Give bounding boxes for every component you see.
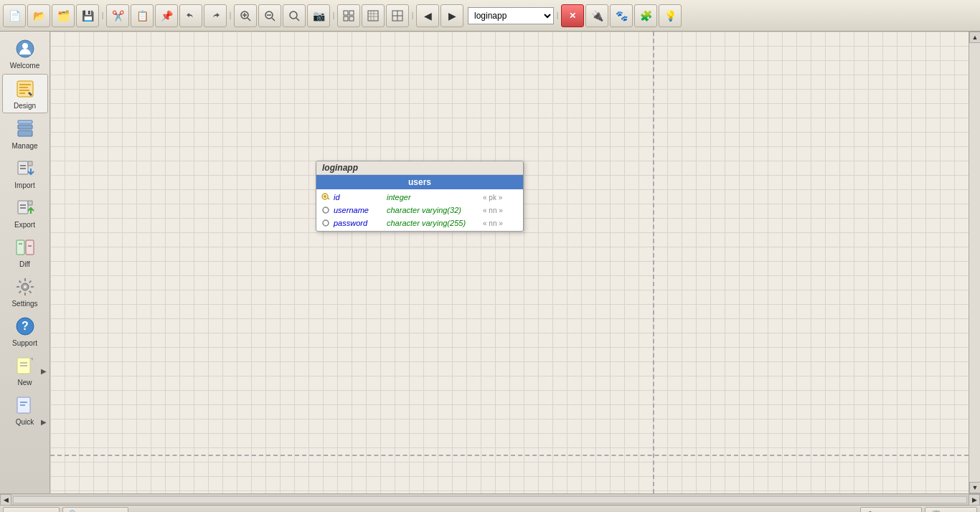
- design-label: Design: [14, 102, 36, 110]
- support-label: Support: [12, 339, 37, 347]
- zoom-fit-button[interactable]: [234, 4, 257, 27]
- svg-point-58: [323, 220, 329, 226]
- table-row[interactable]: username character varying(32) « nn »: [316, 204, 523, 217]
- svg-rect-28: [18, 131, 32, 136]
- import-label: Import: [14, 181, 34, 189]
- canvas-hline: [50, 455, 969, 456]
- svg-line-5: [272, 18, 275, 21]
- sep3: |: [331, 4, 336, 27]
- objects-button[interactable]: 📋 Objects: [925, 507, 977, 513]
- zoom-all-button[interactable]: [283, 4, 306, 27]
- copy-button[interactable]: 📋: [131, 4, 154, 27]
- field-icon-username: [321, 205, 331, 215]
- db-selector[interactable]: loginapp: [468, 7, 554, 24]
- undo-button[interactable]: [179, 4, 202, 27]
- svg-rect-9: [344, 11, 348, 15]
- new-arrow-icon: ▶: [41, 366, 47, 374]
- svg-rect-39: [17, 240, 24, 255]
- canvas-vline: [653, 32, 654, 493]
- table-row[interactable]: id integer « pk »: [316, 191, 523, 204]
- grid-small-button[interactable]: [337, 4, 360, 27]
- scroll-up-button[interactable]: ▲: [969, 32, 980, 43]
- svg-text:?: ?: [22, 320, 29, 332]
- field-constraint-password: « nn »: [483, 219, 503, 227]
- diff-label: Diff: [19, 260, 30, 268]
- svg-marker-48: [30, 358, 33, 361]
- sidebar-item-export[interactable]: Export: [2, 194, 48, 232]
- open-file-button[interactable]: 📂: [27, 4, 50, 27]
- svg-point-55: [324, 195, 326, 198]
- scroll-track-h[interactable]: [13, 496, 967, 503]
- field-constraint-id: « pk »: [483, 194, 502, 202]
- grid-large-button[interactable]: [362, 4, 385, 27]
- quick-arrow-icon: ▶: [41, 418, 47, 426]
- sidebar-item-diff[interactable]: Diff: [2, 233, 48, 271]
- table-row[interactable]: password character varying(255) « nn »: [316, 217, 523, 229]
- plugin4-button[interactable]: 💡: [659, 4, 682, 27]
- field-type-username: character varying(32): [387, 206, 480, 214]
- field-type-id: integer: [387, 193, 480, 202]
- sidebar-item-settings[interactable]: Settings: [2, 272, 48, 310]
- plugin3-button[interactable]: 🧩: [634, 4, 657, 27]
- svg-rect-13: [368, 11, 378, 21]
- main-layout: Welcome Design Manage Import Export: [0, 32, 980, 493]
- db-table-fields: id integer « pk » username character var…: [316, 189, 523, 231]
- canvas-area[interactable]: loginapp users id integer « pk »: [50, 32, 969, 493]
- svg-line-56: [328, 198, 329, 199]
- plugin1-button[interactable]: 🔌: [585, 4, 608, 27]
- field-name-password: password: [334, 219, 384, 227]
- manage-label: Manage: [11, 142, 37, 150]
- redo-button[interactable]: [204, 4, 227, 27]
- svg-rect-29: [18, 125, 32, 129]
- right-scrollbar[interactable]: ▲ ▼: [969, 32, 980, 493]
- svg-rect-11: [344, 16, 348, 21]
- quick-label: Quick: [16, 418, 34, 426]
- field-name-id: id: [334, 193, 384, 202]
- field-type-password: character varying(255): [387, 219, 480, 227]
- back-button[interactable]: ◀: [416, 4, 439, 27]
- sidebar-item-support[interactable]: ? Support: [2, 312, 48, 350]
- sidebar-item-import[interactable]: Import: [2, 154, 48, 192]
- manage-icon: [14, 118, 37, 141]
- svg-point-57: [323, 207, 329, 213]
- new-label: New: [17, 379, 32, 387]
- operations-button[interactable]: ⚙ Operations: [860, 507, 922, 513]
- scroll-right-button[interactable]: ▶: [969, 494, 980, 506]
- paste-button[interactable]: 📌: [155, 4, 178, 27]
- zoom-sel-button[interactable]: [258, 4, 281, 27]
- sidebar-item-new[interactable]: New ▶: [2, 351, 48, 389]
- sidebar-item-quick[interactable]: Quick ▶: [2, 391, 48, 429]
- new-file-button[interactable]: 📄: [3, 4, 26, 27]
- save-button[interactable]: 💾: [76, 4, 99, 27]
- scroll-down-button[interactable]: ▼: [969, 482, 980, 493]
- welcome-label: Welcome: [10, 62, 40, 70]
- scroll-track-v[interactable]: [969, 43, 980, 482]
- db-select[interactable]: loginapp: [468, 7, 554, 24]
- db-table-users[interactable]: loginapp users id integer « pk »: [316, 161, 524, 232]
- welcome-icon: [14, 37, 37, 60]
- stop-button[interactable]: ✕: [561, 4, 584, 27]
- svg-rect-31: [18, 161, 28, 174]
- svg-line-8: [296, 18, 299, 21]
- export-icon: [14, 196, 37, 219]
- settings-label: Settings: [11, 300, 37, 308]
- sidebar-item-design[interactable]: Design: [2, 74, 48, 113]
- svg-line-1: [248, 18, 250, 21]
- forward-button[interactable]: ▶: [440, 4, 463, 27]
- plugin2-button[interactable]: 🐾: [610, 4, 633, 27]
- sidebar-item-welcome[interactable]: Welcome: [2, 34, 48, 72]
- field-constraint-username: « nn »: [483, 207, 503, 214]
- sep5: |: [555, 4, 560, 27]
- find-object-button[interactable]: 🔍 Find Object: [62, 507, 128, 513]
- support-icon: ?: [14, 315, 37, 338]
- validation-button[interactable]: ✓ Validation: [3, 507, 60, 513]
- cut-button[interactable]: ✂️: [106, 4, 129, 27]
- open-recent-button[interactable]: 🗂️: [52, 4, 75, 27]
- sidebar-item-manage[interactable]: Manage: [2, 115, 48, 153]
- grid-options-button[interactable]: [386, 4, 409, 27]
- diff-icon: [14, 236, 37, 259]
- sep1: |: [100, 4, 105, 27]
- scroll-left-button[interactable]: ◀: [0, 494, 11, 506]
- bottom-scrollbar[interactable]: ◀ ▶: [0, 493, 980, 505]
- capture-button[interactable]: 📷: [307, 4, 330, 27]
